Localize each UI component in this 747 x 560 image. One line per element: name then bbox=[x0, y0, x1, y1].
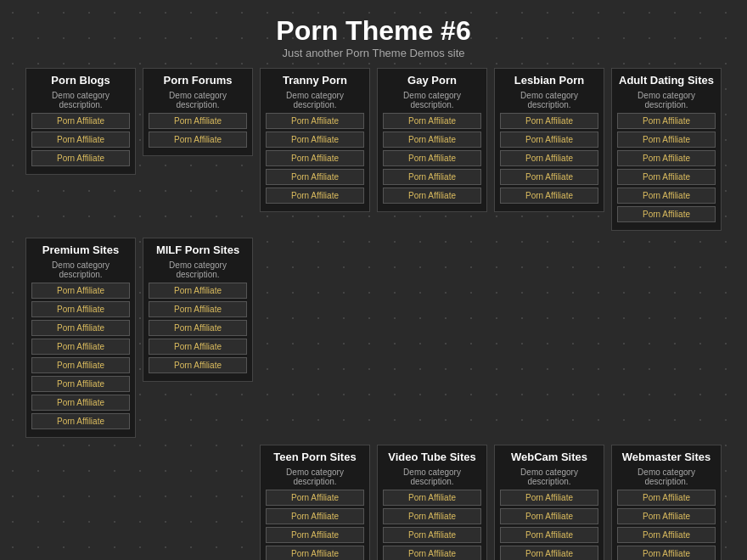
category-desc: Demo category description. bbox=[31, 260, 130, 279]
affiliate-btn[interactable]: Porn Affiliate bbox=[31, 150, 130, 166]
category-webcam: WebCam Sites Demo category description. … bbox=[494, 445, 604, 560]
category-premium-sites: Premium Sites Demo category description.… bbox=[25, 238, 136, 438]
affiliate-btn[interactable]: Porn Affiliate bbox=[617, 132, 716, 148]
affiliate-btn[interactable]: Porn Affiliate bbox=[383, 508, 481, 524]
affiliate-btn[interactable]: Porn Affiliate bbox=[500, 150, 598, 166]
category-title: Lesbian Porn bbox=[500, 74, 598, 87]
affiliate-btn[interactable]: Porn Affiliate bbox=[617, 150, 716, 166]
affiliate-btn[interactable]: Porn Affiliate bbox=[617, 508, 716, 524]
affiliate-btn[interactable]: Porn Affiliate bbox=[31, 413, 130, 429]
affiliate-btn[interactable]: Porn Affiliate bbox=[31, 132, 130, 148]
category-title: Premium Sites bbox=[31, 244, 130, 256]
category-title: Gay Porn bbox=[383, 74, 481, 87]
category-title: Webmaster Sites bbox=[617, 451, 716, 463]
affiliate-btn[interactable]: Porn Affiliate bbox=[31, 376, 130, 392]
affiliate-btn[interactable]: Porn Affiliate bbox=[149, 283, 247, 299]
affiliate-btn[interactable]: Porn Affiliate bbox=[266, 169, 364, 185]
affiliate-btn[interactable]: Porn Affiliate bbox=[617, 169, 716, 185]
category-desc: Demo category description. bbox=[500, 468, 598, 486]
affiliate-btn[interactable]: Porn Affiliate bbox=[617, 188, 716, 204]
affiliate-btn[interactable]: Porn Affiliate bbox=[383, 490, 481, 506]
affiliate-btn[interactable]: Porn Affiliate bbox=[31, 283, 130, 299]
affiliate-btn[interactable]: Porn Affiliate bbox=[500, 508, 598, 524]
category-desc: Demo category description. bbox=[266, 91, 364, 109]
affiliate-btn[interactable]: Porn Affiliate bbox=[266, 546, 364, 560]
category-desc: Demo category description. bbox=[266, 468, 364, 486]
affiliate-btn[interactable]: Porn Affiliate bbox=[617, 113, 716, 129]
page-header: Porn Theme #6 Just another Porn Theme De… bbox=[0, 0, 747, 68]
affiliate-btn[interactable]: Porn Affiliate bbox=[31, 301, 130, 317]
category-desc: Demo category description. bbox=[149, 260, 247, 279]
affiliate-btn[interactable]: Porn Affiliate bbox=[617, 527, 716, 543]
affiliate-btn[interactable]: Porn Affiliate bbox=[266, 508, 364, 524]
affiliate-btn[interactable]: Porn Affiliate bbox=[500, 490, 598, 506]
affiliate-btn[interactable]: Porn Affiliate bbox=[266, 113, 364, 129]
affiliate-btn[interactable]: Porn Affiliate bbox=[149, 357, 247, 373]
affiliate-btn[interactable]: Porn Affiliate bbox=[31, 320, 130, 336]
affiliate-btn[interactable]: Porn Affiliate bbox=[383, 527, 481, 543]
category-teen-porn: Teen Porn Sites Demo category descriptio… bbox=[260, 445, 370, 560]
affiliate-btn[interactable]: Porn Affiliate bbox=[617, 206, 716, 222]
category-title: Teen Porn Sites bbox=[266, 451, 364, 463]
category-title: Porn Blogs bbox=[31, 74, 130, 87]
affiliate-btn[interactable]: Porn Affiliate bbox=[31, 395, 130, 411]
category-title: Video Tube Sites bbox=[383, 451, 481, 463]
category-porn-forums: Porn Forums Demo category description. P… bbox=[143, 68, 253, 156]
category-title: Porn Forums bbox=[149, 74, 247, 87]
affiliate-btn[interactable]: Porn Affiliate bbox=[383, 546, 481, 560]
affiliate-btn[interactable]: Porn Affiliate bbox=[383, 132, 481, 148]
affiliate-btn[interactable]: Porn Affiliate bbox=[266, 490, 364, 506]
category-desc: Demo category description. bbox=[383, 468, 481, 486]
site-subtitle: Just another Porn Theme Demos site bbox=[0, 47, 747, 59]
affiliate-btn[interactable]: Porn Affiliate bbox=[383, 113, 481, 129]
affiliate-btn[interactable]: Porn Affiliate bbox=[149, 301, 247, 317]
affiliate-btn[interactable]: Porn Affiliate bbox=[383, 169, 481, 185]
affiliate-btn[interactable]: Porn Affiliate bbox=[383, 150, 481, 166]
category-title: WebCam Sites bbox=[500, 451, 598, 463]
category-desc: Demo category description. bbox=[617, 468, 716, 486]
category-webmaster: Webmaster Sites Demo category descriptio… bbox=[611, 445, 722, 560]
category-milf-porn: MILF Porn Sites Demo category descriptio… bbox=[143, 238, 253, 382]
affiliate-btn[interactable]: Porn Affiliate bbox=[383, 188, 481, 204]
category-tranny-porn: Tranny Porn Demo category description. P… bbox=[260, 68, 370, 212]
category-porn-blogs: Porn Blogs Demo category description. Po… bbox=[25, 68, 136, 175]
affiliate-btn[interactable]: Porn Affiliate bbox=[500, 132, 598, 148]
affiliate-btn[interactable]: Porn Affiliate bbox=[266, 527, 364, 543]
affiliate-btn[interactable]: Porn Affiliate bbox=[149, 113, 247, 129]
category-title: Adult Dating Sites bbox=[617, 74, 716, 87]
category-title: MILF Porn Sites bbox=[149, 244, 247, 256]
category-title: Tranny Porn bbox=[266, 74, 364, 87]
affiliate-btn[interactable]: Porn Affiliate bbox=[500, 188, 598, 204]
affiliate-btn[interactable]: Porn Affiliate bbox=[500, 169, 598, 185]
affiliate-btn[interactable]: Porn Affiliate bbox=[149, 339, 247, 355]
site-title: Porn Theme #6 bbox=[0, 15, 747, 47]
category-desc: Demo category description. bbox=[383, 91, 481, 109]
affiliate-btn[interactable]: Porn Affiliate bbox=[617, 490, 716, 506]
category-adult-dating: Adult Dating Sites Demo category descrip… bbox=[611, 68, 722, 231]
affiliate-btn[interactable]: Porn Affiliate bbox=[500, 113, 598, 129]
affiliate-btn[interactable]: Porn Affiliate bbox=[31, 339, 130, 355]
affiliate-btn[interactable]: Porn Affiliate bbox=[500, 527, 598, 543]
category-desc: Demo category description. bbox=[500, 91, 598, 109]
category-video-tube: Video Tube Sites Demo category descripti… bbox=[377, 445, 487, 560]
affiliate-btn[interactable]: Porn Affiliate bbox=[266, 132, 364, 148]
affiliate-btn[interactable]: Porn Affiliate bbox=[31, 113, 130, 129]
affiliate-btn[interactable]: Porn Affiliate bbox=[500, 546, 598, 560]
category-gay-porn: Gay Porn Demo category description. Porn… bbox=[377, 68, 487, 212]
affiliate-btn[interactable]: Porn Affiliate bbox=[617, 546, 716, 560]
affiliate-btn[interactable]: Porn Affiliate bbox=[31, 357, 130, 373]
main-grid: Porn Blogs Demo category description. Po… bbox=[0, 68, 747, 560]
category-desc: Demo category description. bbox=[617, 91, 716, 109]
category-desc: Demo category description. bbox=[31, 91, 130, 109]
affiliate-btn[interactable]: Porn Affiliate bbox=[149, 132, 247, 148]
affiliate-btn[interactable]: Porn Affiliate bbox=[266, 150, 364, 166]
affiliate-btn[interactable]: Porn Affiliate bbox=[266, 188, 364, 204]
category-lesbian-porn: Lesbian Porn Demo category description. … bbox=[494, 68, 604, 212]
affiliate-btn[interactable]: Porn Affiliate bbox=[149, 320, 247, 336]
category-desc: Demo category description. bbox=[149, 91, 247, 109]
